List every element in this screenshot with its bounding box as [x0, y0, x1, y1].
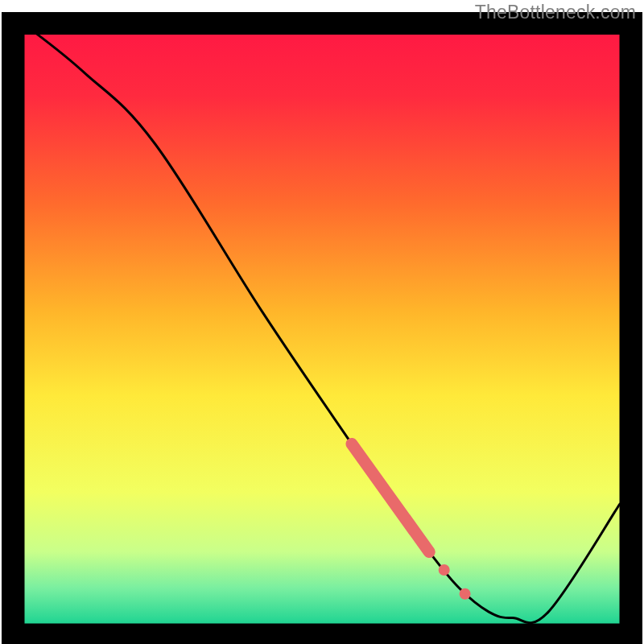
dot-1	[439, 564, 450, 576]
plot-background	[24, 24, 620, 624]
dot-2	[460, 588, 471, 600]
chart-svg	[0, 0, 644, 644]
chart-container: TheBottleneck.com	[0, 0, 644, 644]
attribution-text: TheBottleneck.com	[475, 2, 636, 23]
